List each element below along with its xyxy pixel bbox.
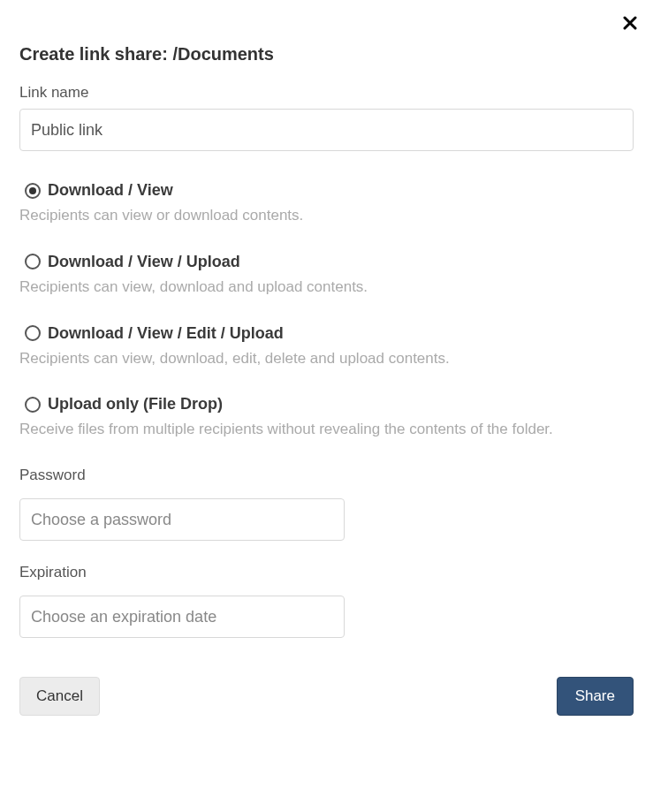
option-desc: Recipients can view or download contents… (19, 205, 634, 226)
cancel-button[interactable]: Cancel (19, 677, 100, 716)
expiration-field: Expiration (19, 564, 634, 638)
expiration-input[interactable] (19, 596, 345, 638)
dialog-title: Create link share: /Documents (19, 44, 634, 65)
option-download-view-edit-upload: Download / View / Edit / Upload Recipien… (19, 324, 634, 369)
option-desc: Recipients can view, download and upload… (19, 277, 634, 298)
password-field: Password (19, 467, 634, 541)
radio-download-view[interactable] (25, 183, 41, 199)
option-desc: Recipients can view, download, edit, del… (19, 348, 634, 369)
option-label[interactable]: Upload only (File Drop) (48, 395, 223, 414)
create-link-share-dialog: Create link share: /Documents Link name … (0, 0, 653, 812)
radio-download-view-edit-upload[interactable] (25, 325, 41, 341)
option-download-view-upload: Download / View / Upload Recipients can … (19, 253, 634, 298)
permission-options: Download / View Recipients can view or d… (19, 181, 634, 440)
share-button[interactable]: Share (557, 677, 634, 716)
close-icon (623, 16, 637, 30)
close-button[interactable] (619, 12, 641, 34)
option-label[interactable]: Download / View (48, 181, 173, 200)
option-desc: Receive files from multiple recipients w… (19, 419, 634, 440)
radio-upload-only[interactable] (25, 397, 41, 413)
link-name-label: Link name (19, 84, 634, 102)
link-name-input[interactable] (19, 109, 634, 151)
radio-download-view-upload[interactable] (25, 254, 41, 269)
expiration-label: Expiration (19, 564, 634, 581)
dialog-buttons: Cancel Share (19, 677, 634, 716)
option-label[interactable]: Download / View / Upload (48, 253, 240, 271)
option-upload-only: Upload only (File Drop) Receive files fr… (19, 395, 634, 440)
password-input[interactable] (19, 498, 345, 541)
password-label: Password (19, 467, 634, 484)
option-download-view: Download / View Recipients can view or d… (19, 181, 634, 226)
option-label[interactable]: Download / View / Edit / Upload (48, 324, 284, 343)
